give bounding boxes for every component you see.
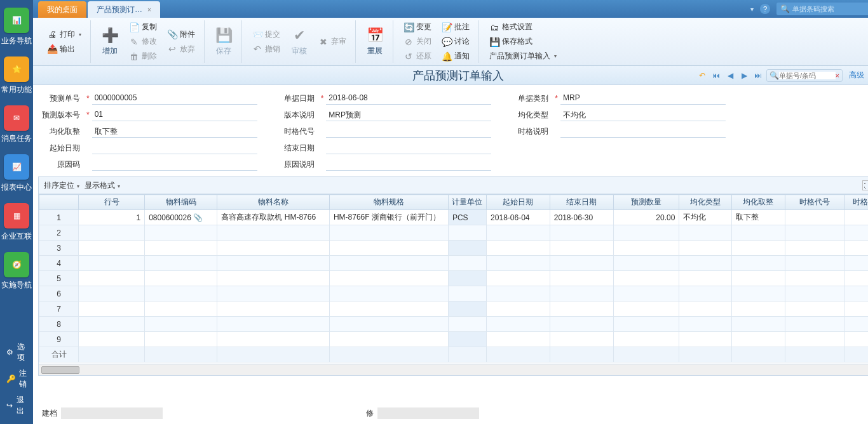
- cell-mat-name[interactable]: [217, 271, 330, 286]
- cell-avg-type[interactable]: 不均化: [679, 210, 732, 225]
- col-end[interactable]: 结束日期: [550, 195, 613, 210]
- cell-mat-spec[interactable]: [329, 332, 448, 347]
- chevron-down-icon[interactable]: ▾: [750, 6, 754, 13]
- col-mat-name[interactable]: 物料名称: [217, 195, 330, 210]
- cell-avg-type[interactable]: [679, 317, 732, 332]
- cell-qty[interactable]: [613, 225, 679, 241]
- cell-mat-name[interactable]: [217, 241, 330, 256]
- last-button[interactable]: ⏭: [752, 70, 764, 81]
- field-order-date[interactable]: 2018-06-08: [326, 92, 491, 105]
- cell-time-code[interactable]: [785, 256, 844, 271]
- tab-forecast-order[interactable]: 产品预测订…×: [88, 1, 160, 18]
- cell-time-code[interactable]: [785, 225, 844, 241]
- cell-no[interactable]: 1: [79, 210, 145, 225]
- cell-qty[interactable]: [613, 317, 679, 332]
- cell-uom[interactable]: [448, 271, 486, 286]
- col-rn[interactable]: 行号: [79, 195, 145, 210]
- sidebar-item-impl-nav[interactable]: 🧭 实施导航: [0, 247, 33, 296]
- field-time-desc[interactable]: [560, 125, 726, 138]
- cell-mat-name[interactable]: [217, 286, 330, 301]
- cell-round[interactable]: [732, 241, 785, 256]
- cell-avg-type[interactable]: [679, 241, 732, 256]
- table-row[interactable]: 6: [39, 286, 869, 301]
- help-icon[interactable]: ?: [760, 4, 770, 14]
- cell-uom[interactable]: [448, 286, 486, 301]
- cell-start[interactable]: [487, 301, 550, 317]
- field-start-date[interactable]: [92, 142, 257, 154]
- format-set-button[interactable]: 🗂格式设置: [487, 20, 559, 34]
- options-link[interactable]: ⚙选项: [0, 339, 33, 366]
- cell-avg-type[interactable]: [679, 286, 732, 301]
- cell-mat-code[interactable]: [145, 256, 217, 271]
- cell-start[interactable]: 2018-06-04: [487, 210, 550, 225]
- cell-end[interactable]: [550, 332, 613, 347]
- revoke-button[interactable]: ↶撤销: [250, 43, 283, 56]
- order-input-dropdown[interactable]: 产品预测订单输入▾: [487, 50, 559, 63]
- cell-end[interactable]: [550, 317, 613, 332]
- field-round-opt[interactable]: 取下整: [92, 125, 257, 138]
- cell-round[interactable]: [732, 332, 785, 347]
- cell-round[interactable]: 取下整: [732, 210, 785, 225]
- cell-no[interactable]: [79, 332, 145, 347]
- field-order-no[interactable]: 0000000005: [92, 92, 257, 105]
- notify-button[interactable]: 🔔通知: [439, 50, 472, 63]
- cell-end[interactable]: [550, 271, 613, 286]
- submit-button[interactable]: 📨提交: [250, 28, 283, 41]
- field-version-desc[interactable]: MRP预测: [326, 109, 491, 121]
- cell-time-code[interactable]: [785, 301, 844, 317]
- sidebar-item-common[interactable]: ⭐ 常用功能: [0, 51, 33, 100]
- expand-button[interactable]: ⛶: [862, 180, 868, 190]
- col-start[interactable]: 起始日期: [487, 195, 550, 210]
- sidebar-item-messages[interactable]: ✉ 消息任务: [0, 100, 33, 149]
- col-time-code[interactable]: 时格代号: [785, 195, 844, 210]
- cell-mat-spec[interactable]: [329, 286, 448, 301]
- exit-link[interactable]: ↪退出: [0, 392, 33, 419]
- cell-time-desc[interactable]: [844, 241, 868, 256]
- audit-button[interactable]: ✔ 审核: [285, 20, 313, 63]
- cell-time-code[interactable]: [785, 317, 844, 332]
- cell-no[interactable]: [79, 271, 145, 286]
- save-format-button[interactable]: 💾保存格式: [487, 35, 559, 48]
- col-avg-type[interactable]: 均化类型: [679, 195, 732, 210]
- cell-end[interactable]: [550, 225, 613, 241]
- field-reason-desc[interactable]: [326, 158, 491, 171]
- cell-mat-name[interactable]: [217, 225, 330, 241]
- cell-time-desc[interactable]: [844, 317, 868, 332]
- col-uom[interactable]: 计量单位: [448, 195, 486, 210]
- discard-button[interactable]: ↩放弃: [165, 43, 198, 56]
- field-reason-code[interactable]: [92, 158, 257, 171]
- table-row[interactable]: 4: [39, 256, 869, 271]
- print-button[interactable]: 🖨打印▾: [44, 28, 84, 41]
- cell-start[interactable]: [487, 286, 550, 301]
- cell-avg-type[interactable]: [679, 271, 732, 286]
- cell-qty[interactable]: [613, 286, 679, 301]
- cell-time-desc[interactable]: [844, 225, 868, 241]
- cell-mat-name[interactable]: 高容高速存取款机 HM-8766: [217, 210, 330, 225]
- cell-time-desc[interactable]: [844, 332, 868, 347]
- cell-time-code[interactable]: [785, 210, 844, 225]
- cell-mat-name[interactable]: [217, 317, 330, 332]
- attachment-button[interactable]: 📎附件: [165, 28, 198, 41]
- cell-qty[interactable]: [613, 271, 679, 286]
- table-row[interactable]: 9: [39, 332, 869, 347]
- cell-mat-spec[interactable]: [329, 301, 448, 317]
- cell-mat-spec[interactable]: HM-8766F 浙商银行（前开门）: [329, 210, 448, 225]
- barcode-search[interactable]: 🔍: [776, 3, 868, 15]
- cell-mat-spec[interactable]: [329, 241, 448, 256]
- cell-mat-code[interactable]: [145, 317, 217, 332]
- cell-mat-code[interactable]: [145, 301, 217, 317]
- first-button[interactable]: ⏮: [710, 70, 722, 81]
- cell-mat-code[interactable]: [145, 332, 217, 347]
- display-dropdown[interactable]: 显示格式▾: [85, 180, 120, 191]
- doc-search-input[interactable]: [779, 72, 836, 79]
- sidebar-item-enterprise[interactable]: ▦ 企业互联: [0, 198, 33, 247]
- field-version-no[interactable]: 01: [92, 109, 257, 121]
- doc-search[interactable]: 🔍 ×: [766, 69, 843, 82]
- cell-mat-spec[interactable]: [329, 317, 448, 332]
- field-order-type[interactable]: MRP: [560, 92, 726, 105]
- cell-mat-name[interactable]: [217, 332, 330, 347]
- cell-mat-name[interactable]: [217, 256, 330, 271]
- cell-mat-spec[interactable]: [329, 256, 448, 271]
- field-time-code[interactable]: [326, 125, 491, 138]
- abandon-audit-button[interactable]: ✖弃审: [316, 35, 349, 48]
